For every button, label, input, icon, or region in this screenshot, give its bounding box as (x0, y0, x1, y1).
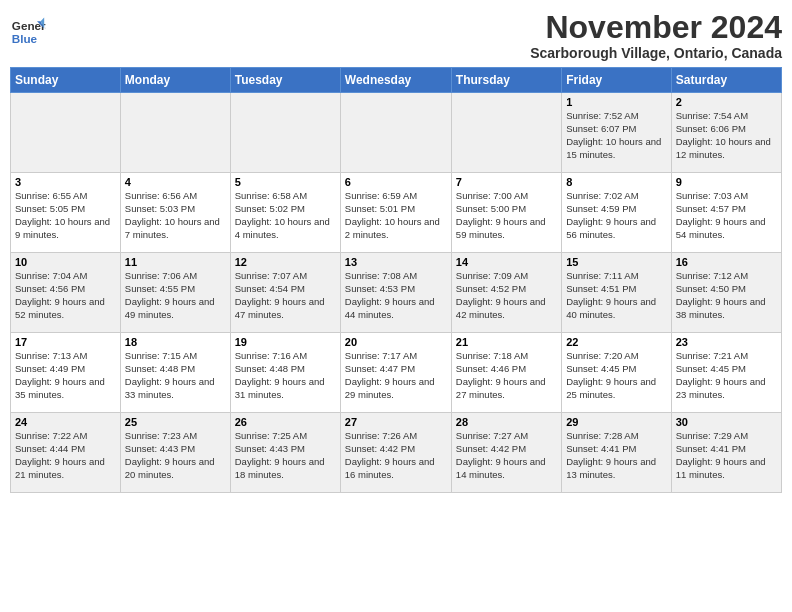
day-info: Sunrise: 7:21 AM Sunset: 4:45 PM Dayligh… (676, 350, 777, 401)
day-number: 3 (15, 176, 116, 188)
day-number: 7 (456, 176, 557, 188)
day-info: Sunrise: 7:16 AM Sunset: 4:48 PM Dayligh… (235, 350, 336, 401)
day-info: Sunrise: 7:04 AM Sunset: 4:56 PM Dayligh… (15, 270, 116, 321)
day-number: 18 (125, 336, 226, 348)
day-number: 19 (235, 336, 336, 348)
day-number: 14 (456, 256, 557, 268)
day-number: 28 (456, 416, 557, 428)
day-number: 24 (15, 416, 116, 428)
calendar-cell: 16Sunrise: 7:12 AM Sunset: 4:50 PM Dayli… (671, 253, 781, 333)
day-info: Sunrise: 6:55 AM Sunset: 5:05 PM Dayligh… (15, 190, 116, 241)
day-info: Sunrise: 7:06 AM Sunset: 4:55 PM Dayligh… (125, 270, 226, 321)
calendar-cell: 6Sunrise: 6:59 AM Sunset: 5:01 PM Daylig… (340, 173, 451, 253)
day-of-week-header: Tuesday (230, 68, 340, 93)
calendar-cell: 22Sunrise: 7:20 AM Sunset: 4:45 PM Dayli… (562, 333, 671, 413)
day-number: 10 (15, 256, 116, 268)
day-info: Sunrise: 7:11 AM Sunset: 4:51 PM Dayligh… (566, 270, 666, 321)
header: General Blue November 2024 Scarborough V… (10, 10, 782, 61)
calendar-cell (11, 93, 121, 173)
header-row: SundayMondayTuesdayWednesdayThursdayFrid… (11, 68, 782, 93)
day-number: 11 (125, 256, 226, 268)
calendar-cell: 10Sunrise: 7:04 AM Sunset: 4:56 PM Dayli… (11, 253, 121, 333)
calendar-week-row: 24Sunrise: 7:22 AM Sunset: 4:44 PM Dayli… (11, 413, 782, 493)
calendar-cell: 25Sunrise: 7:23 AM Sunset: 4:43 PM Dayli… (120, 413, 230, 493)
day-info: Sunrise: 7:12 AM Sunset: 4:50 PM Dayligh… (676, 270, 777, 321)
calendar-cell: 1Sunrise: 7:52 AM Sunset: 6:07 PM Daylig… (562, 93, 671, 173)
calendar-cell: 30Sunrise: 7:29 AM Sunset: 4:41 PM Dayli… (671, 413, 781, 493)
day-number: 25 (125, 416, 226, 428)
svg-text:Blue: Blue (12, 32, 38, 45)
calendar-cell (451, 93, 561, 173)
day-of-week-header: Wednesday (340, 68, 451, 93)
calendar-cell: 23Sunrise: 7:21 AM Sunset: 4:45 PM Dayli… (671, 333, 781, 413)
calendar-cell: 20Sunrise: 7:17 AM Sunset: 4:47 PM Dayli… (340, 333, 451, 413)
day-number: 21 (456, 336, 557, 348)
day-info: Sunrise: 6:59 AM Sunset: 5:01 PM Dayligh… (345, 190, 447, 241)
calendar-cell: 4Sunrise: 6:56 AM Sunset: 5:03 PM Daylig… (120, 173, 230, 253)
day-number: 13 (345, 256, 447, 268)
day-info: Sunrise: 7:13 AM Sunset: 4:49 PM Dayligh… (15, 350, 116, 401)
day-info: Sunrise: 7:26 AM Sunset: 4:42 PM Dayligh… (345, 430, 447, 481)
calendar-cell: 5Sunrise: 6:58 AM Sunset: 5:02 PM Daylig… (230, 173, 340, 253)
day-of-week-header: Thursday (451, 68, 561, 93)
day-number: 30 (676, 416, 777, 428)
calendar-cell: 27Sunrise: 7:26 AM Sunset: 4:42 PM Dayli… (340, 413, 451, 493)
calendar-cell (230, 93, 340, 173)
calendar-cell: 18Sunrise: 7:15 AM Sunset: 4:48 PM Dayli… (120, 333, 230, 413)
day-info: Sunrise: 7:29 AM Sunset: 4:41 PM Dayligh… (676, 430, 777, 481)
calendar-table: SundayMondayTuesdayWednesdayThursdayFrid… (10, 67, 782, 493)
day-info: Sunrise: 7:09 AM Sunset: 4:52 PM Dayligh… (456, 270, 557, 321)
calendar-cell: 2Sunrise: 7:54 AM Sunset: 6:06 PM Daylig… (671, 93, 781, 173)
day-number: 29 (566, 416, 666, 428)
day-of-week-header: Saturday (671, 68, 781, 93)
day-info: Sunrise: 7:08 AM Sunset: 4:53 PM Dayligh… (345, 270, 447, 321)
day-number: 5 (235, 176, 336, 188)
day-number: 9 (676, 176, 777, 188)
day-number: 6 (345, 176, 447, 188)
calendar-header: SundayMondayTuesdayWednesdayThursdayFrid… (11, 68, 782, 93)
calendar-cell (120, 93, 230, 173)
day-info: Sunrise: 7:27 AM Sunset: 4:42 PM Dayligh… (456, 430, 557, 481)
day-info: Sunrise: 7:03 AM Sunset: 4:57 PM Dayligh… (676, 190, 777, 241)
day-number: 15 (566, 256, 666, 268)
calendar-cell: 11Sunrise: 7:06 AM Sunset: 4:55 PM Dayli… (120, 253, 230, 333)
calendar-cell: 8Sunrise: 7:02 AM Sunset: 4:59 PM Daylig… (562, 173, 671, 253)
calendar-cell: 14Sunrise: 7:09 AM Sunset: 4:52 PM Dayli… (451, 253, 561, 333)
day-info: Sunrise: 7:25 AM Sunset: 4:43 PM Dayligh… (235, 430, 336, 481)
calendar-cell: 29Sunrise: 7:28 AM Sunset: 4:41 PM Dayli… (562, 413, 671, 493)
day-number: 2 (676, 96, 777, 108)
day-info: Sunrise: 7:17 AM Sunset: 4:47 PM Dayligh… (345, 350, 447, 401)
calendar-cell: 21Sunrise: 7:18 AM Sunset: 4:46 PM Dayli… (451, 333, 561, 413)
day-number: 26 (235, 416, 336, 428)
day-number: 20 (345, 336, 447, 348)
day-info: Sunrise: 6:58 AM Sunset: 5:02 PM Dayligh… (235, 190, 336, 241)
day-info: Sunrise: 7:28 AM Sunset: 4:41 PM Dayligh… (566, 430, 666, 481)
day-number: 12 (235, 256, 336, 268)
calendar-cell: 9Sunrise: 7:03 AM Sunset: 4:57 PM Daylig… (671, 173, 781, 253)
calendar-body: 1Sunrise: 7:52 AM Sunset: 6:07 PM Daylig… (11, 93, 782, 493)
day-info: Sunrise: 7:23 AM Sunset: 4:43 PM Dayligh… (125, 430, 226, 481)
day-number: 17 (15, 336, 116, 348)
day-number: 1 (566, 96, 666, 108)
calendar-cell: 28Sunrise: 7:27 AM Sunset: 4:42 PM Dayli… (451, 413, 561, 493)
calendar-cell: 13Sunrise: 7:08 AM Sunset: 4:53 PM Dayli… (340, 253, 451, 333)
day-number: 23 (676, 336, 777, 348)
calendar-cell: 24Sunrise: 7:22 AM Sunset: 4:44 PM Dayli… (11, 413, 121, 493)
calendar-week-row: 1Sunrise: 7:52 AM Sunset: 6:07 PM Daylig… (11, 93, 782, 173)
day-info: Sunrise: 7:20 AM Sunset: 4:45 PM Dayligh… (566, 350, 666, 401)
calendar-week-row: 3Sunrise: 6:55 AM Sunset: 5:05 PM Daylig… (11, 173, 782, 253)
day-info: Sunrise: 7:15 AM Sunset: 4:48 PM Dayligh… (125, 350, 226, 401)
day-info: Sunrise: 7:52 AM Sunset: 6:07 PM Dayligh… (566, 110, 666, 161)
calendar-cell: 17Sunrise: 7:13 AM Sunset: 4:49 PM Dayli… (11, 333, 121, 413)
day-number: 27 (345, 416, 447, 428)
calendar-cell: 26Sunrise: 7:25 AM Sunset: 4:43 PM Dayli… (230, 413, 340, 493)
day-number: 8 (566, 176, 666, 188)
title-area: November 2024 Scarborough Village, Ontar… (530, 10, 782, 61)
calendar-week-row: 10Sunrise: 7:04 AM Sunset: 4:56 PM Dayli… (11, 253, 782, 333)
calendar-cell: 19Sunrise: 7:16 AM Sunset: 4:48 PM Dayli… (230, 333, 340, 413)
day-info: Sunrise: 6:56 AM Sunset: 5:03 PM Dayligh… (125, 190, 226, 241)
logo-icon: General Blue (10, 14, 46, 50)
day-info: Sunrise: 7:02 AM Sunset: 4:59 PM Dayligh… (566, 190, 666, 241)
calendar-cell (340, 93, 451, 173)
location-subtitle: Scarborough Village, Ontario, Canada (530, 45, 782, 61)
